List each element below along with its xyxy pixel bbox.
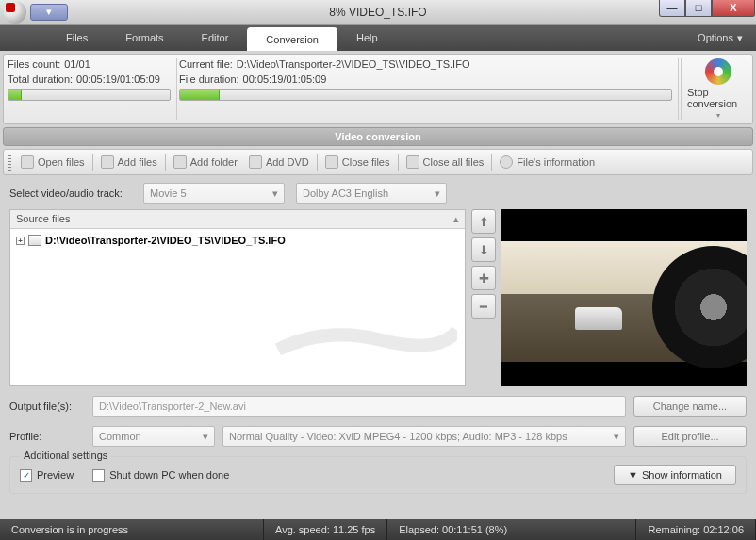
open-files-label: Open files <box>38 156 85 168</box>
preview-checkbox-label: Preview <box>37 469 74 481</box>
toolbar-grip-icon <box>8 154 11 171</box>
collapse-icon[interactable]: ▴ <box>453 213 459 225</box>
app-menu-dropdown[interactable]: ▾ <box>30 4 68 21</box>
window-title: 8% VIDEO_TS.IFO <box>329 6 426 19</box>
titlebar: ▾ 8% VIDEO_TS.IFO — □ X <box>0 0 756 25</box>
audio-track-select[interactable]: Dolby AC3 English <box>296 183 447 204</box>
stop-label: Stop conversion <box>687 87 748 109</box>
add-dvd-button[interactable]: Add DVD <box>243 155 315 169</box>
close-files-label: Close files <box>342 156 390 168</box>
profile-detail-value: Normal Quality - Video: XviD MPEG4 - 120… <box>229 431 567 442</box>
checkbox-icon <box>92 469 105 482</box>
video-preview <box>501 209 747 386</box>
chevron-down-icon: ▾ <box>716 111 720 120</box>
options-label: Options <box>698 32 733 43</box>
menubar: Files Formats Editor Conversion Help Opt… <box>0 25 756 51</box>
file-info-label: File's information <box>517 156 595 168</box>
close-all-icon <box>406 155 419 169</box>
add-item-button[interactable]: ✚ <box>471 266 496 290</box>
source-item-path: D:\Video\Transporter-2\VIDEO_TS\VIDEO_TS… <box>45 235 286 246</box>
show-information-button[interactable]: ▼ Show information <box>614 465 736 485</box>
additional-settings-group: Additional settings ✓ Preview Shut down … <box>9 456 747 494</box>
expand-icon[interactable]: + <box>16 237 25 245</box>
track-select-label: Select video/audio track: <box>9 188 132 199</box>
add-files-button[interactable]: Add files <box>95 155 163 169</box>
source-header-label: Source files <box>16 213 70 225</box>
video-file-icon <box>28 235 41 246</box>
statusbar: Conversion is in progress Avg. speed: 11… <box>0 519 756 540</box>
status-elapsed: Elapsed: 00:11:51 (8%) <box>387 519 636 540</box>
video-track-select[interactable]: Movie 5 <box>143 183 285 204</box>
shutdown-checkbox-label: Shut down PC when done <box>109 469 229 481</box>
total-duration-value: 00:05:19/01:05:09 <box>76 74 160 85</box>
add-folder-icon <box>173 155 187 169</box>
menu-editor[interactable]: Editor <box>183 25 248 51</box>
main-panel: Select video/audio track: Movie 5 Dolby … <box>0 175 756 501</box>
menu-help[interactable]: Help <box>337 25 397 51</box>
status-state: Conversion is in progress <box>0 519 264 540</box>
output-file-input[interactable] <box>92 396 626 417</box>
close-all-label: Close all files <box>423 156 485 168</box>
remove-item-button[interactable]: ━ <box>471 294 496 319</box>
profile-group-select[interactable]: Common <box>92 426 215 447</box>
menu-formats[interactable]: Formats <box>107 25 182 51</box>
settings-title: Additional settings <box>20 450 111 461</box>
folder-open-icon <box>21 155 34 169</box>
stop-conversion-button[interactable]: Stop conversion ▾ <box>681 58 748 120</box>
menu-conversion[interactable]: Conversion <box>247 27 337 51</box>
checkbox-icon: ✓ <box>20 469 32 482</box>
status-avg-speed: Avg. speed: 11.25 fps <box>264 519 387 540</box>
maximize-button[interactable]: □ <box>685 0 712 17</box>
audio-track-value: Dolby AC3 English <box>303 188 388 199</box>
move-up-button[interactable]: ⬆ <box>471 209 496 234</box>
current-file-value: D:\Video\Transporter-2\VIDEO_TS\VIDEO_TS… <box>237 58 470 70</box>
source-files-panel: Source files ▴ + D:\Video\Transporter-2\… <box>9 209 466 386</box>
close-file-icon <box>325 155 338 169</box>
options-button[interactable]: Options ▾ <box>684 25 756 51</box>
close-button[interactable]: X <box>712 0 755 17</box>
file-duration-label: File duration: <box>179 74 239 85</box>
menu-files[interactable]: Files <box>47 25 107 51</box>
move-down-button[interactable]: ⬇ <box>471 237 496 262</box>
add-folder-label: Add folder <box>190 156 238 168</box>
file-toolbar: Open files Add files Add folder Add DVD … <box>3 149 753 175</box>
list-controls: ⬆ ⬇ ✚ ━ <box>471 209 496 386</box>
add-files-label: Add files <box>118 156 157 168</box>
overall-progress-bar <box>8 89 171 101</box>
minimize-button[interactable]: — <box>659 0 685 17</box>
file-progress-bar <box>179 89 672 101</box>
close-files-button[interactable]: Close files <box>320 155 396 169</box>
preview-checkbox[interactable]: ✓ Preview <box>20 469 74 482</box>
info-icon <box>500 155 513 169</box>
app-icon <box>4 1 26 24</box>
add-folder-button[interactable]: Add folder <box>168 155 243 169</box>
open-files-button[interactable]: Open files <box>15 155 90 169</box>
progress-panel: Files count: 01/01 Total duration: 00:05… <box>3 54 753 124</box>
change-name-button[interactable]: Change name... <box>633 396 747 417</box>
edit-profile-button[interactable]: Edit profile... <box>633 426 747 447</box>
show-info-label: Show information <box>642 469 722 481</box>
filmstrip-decoration-icon <box>269 321 457 378</box>
stop-icon <box>705 58 731 85</box>
close-all-files-button[interactable]: Close all files <box>401 155 490 169</box>
add-dvd-label: Add DVD <box>266 156 309 168</box>
window-controls: — □ X <box>659 0 755 17</box>
source-item[interactable]: + D:\Video\Transporter-2\VIDEO_TS\VIDEO_… <box>14 233 461 248</box>
dvd-icon <box>249 155 262 169</box>
profile-detail-select[interactable]: Normal Quality - Video: XviD MPEG4 - 120… <box>222 426 626 447</box>
total-duration-label: Total duration: <box>8 74 73 85</box>
add-file-icon <box>101 155 114 169</box>
files-count-label: Files count: <box>8 58 60 70</box>
output-file-label: Output file(s): <box>9 401 85 412</box>
current-file-label: Current file: <box>179 58 233 70</box>
status-remaining: Remaining: 02:12:06 <box>636 519 756 540</box>
chevron-down-icon: ▾ <box>737 32 743 44</box>
shutdown-checkbox[interactable]: Shut down PC when done <box>92 469 229 482</box>
files-count-value: 01/01 <box>64 58 90 70</box>
conversion-banner: Video conversion <box>3 127 753 146</box>
file-info-button[interactable]: File's information <box>494 155 600 169</box>
file-duration-value: 00:05:19/01:05:09 <box>243 74 327 85</box>
profile-group-value: Common <box>99 431 141 442</box>
video-track-value: Movie 5 <box>150 188 187 199</box>
profile-label: Profile: <box>9 431 85 442</box>
